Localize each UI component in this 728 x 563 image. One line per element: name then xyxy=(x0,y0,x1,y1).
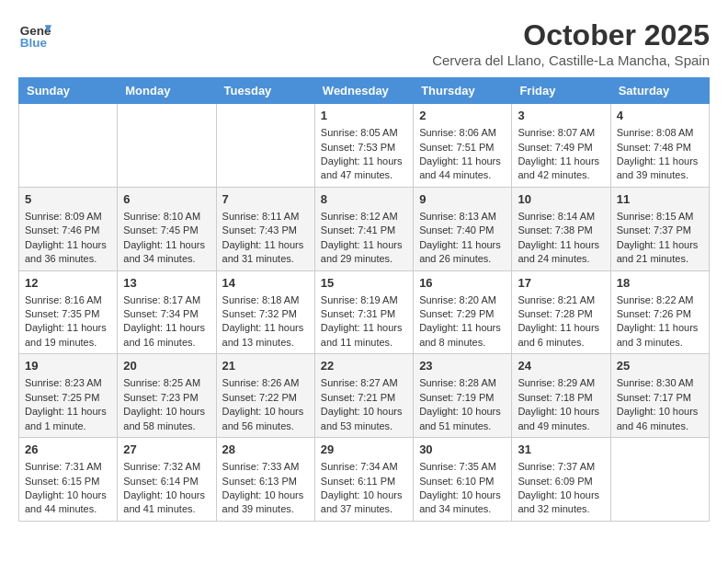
day-number: 4 xyxy=(617,108,703,124)
calendar-cell: 8Sunrise: 8:12 AMSunset: 7:41 PMDaylight… xyxy=(314,187,413,270)
page-header: General Blue October 2025 Cervera del Ll… xyxy=(18,18,710,68)
logo-icon: General Blue xyxy=(18,18,51,52)
day-number: 21 xyxy=(222,358,309,374)
cell-content: Sunset: 7:23 PM xyxy=(123,391,210,405)
calendar-cell: 6Sunrise: 8:10 AMSunset: 7:45 PMDaylight… xyxy=(118,187,216,270)
day-number: 6 xyxy=(123,191,210,208)
cell-content: Sunrise: 7:35 AM xyxy=(419,460,506,474)
cell-content: Daylight: 10 hours and 44 minutes. xyxy=(25,488,111,517)
day-number: 27 xyxy=(123,442,210,458)
day-number: 25 xyxy=(617,358,703,374)
calendar-cell: 4Sunrise: 8:08 AMSunset: 7:48 PMDaylight… xyxy=(610,104,709,188)
cell-content: Sunset: 7:18 PM xyxy=(518,391,604,405)
cell-content: Daylight: 11 hours and 47 minutes. xyxy=(321,155,407,183)
cell-content: Sunrise: 8:07 AM xyxy=(518,126,604,140)
cell-content: Daylight: 10 hours and 34 minutes. xyxy=(419,488,506,517)
calendar-cell: 10Sunrise: 8:14 AMSunset: 7:38 PMDayligh… xyxy=(512,187,610,270)
cell-content: Sunrise: 8:29 AM xyxy=(518,376,604,390)
day-number: 20 xyxy=(123,358,210,374)
day-number: 19 xyxy=(25,358,111,374)
calendar-cell: 5Sunrise: 8:09 AMSunset: 7:46 PMDaylight… xyxy=(19,187,118,270)
day-number: 24 xyxy=(518,358,604,374)
cell-content: Sunrise: 8:11 AM xyxy=(222,210,309,224)
cell-content: Sunset: 7:28 PM xyxy=(518,307,604,321)
cell-content: Daylight: 11 hours and 8 minutes. xyxy=(419,321,506,350)
week-row-4: 19Sunrise: 8:23 AMSunset: 7:25 PMDayligh… xyxy=(19,354,710,438)
cell-content: Sunrise: 8:16 AM xyxy=(25,293,111,307)
cell-content: Sunset: 7:43 PM xyxy=(222,224,309,237)
cell-content: Sunrise: 7:32 AM xyxy=(123,460,210,474)
calendar-cell: 9Sunrise: 8:13 AMSunset: 7:40 PMDaylight… xyxy=(414,187,512,270)
cell-content: Daylight: 11 hours and 36 minutes. xyxy=(25,238,111,267)
cell-content: Sunset: 7:53 PM xyxy=(321,141,407,155)
cell-content: Sunset: 6:10 PM xyxy=(419,475,506,488)
day-number: 16 xyxy=(419,275,506,292)
cell-content: Sunset: 7:38 PM xyxy=(518,224,604,237)
calendar-cell: 18Sunrise: 8:22 AMSunset: 7:26 PMDayligh… xyxy=(610,270,709,354)
day-header-tuesday: Tuesday xyxy=(216,78,314,104)
day-number: 23 xyxy=(419,358,506,374)
cell-content: Daylight: 11 hours and 44 minutes. xyxy=(419,155,506,183)
day-header-thursday: Thursday xyxy=(414,78,512,104)
cell-content: Sunrise: 7:37 AM xyxy=(518,460,604,474)
cell-content: Daylight: 11 hours and 13 minutes. xyxy=(222,321,309,350)
calendar-cell: 25Sunrise: 8:30 AMSunset: 7:17 PMDayligh… xyxy=(610,354,709,438)
cell-content: Sunrise: 8:13 AM xyxy=(419,210,506,224)
cell-content: Sunrise: 8:28 AM xyxy=(419,376,506,390)
calendar-cell: 30Sunrise: 7:35 AMSunset: 6:10 PMDayligh… xyxy=(414,438,512,522)
calendar-cell: 17Sunrise: 8:21 AMSunset: 7:28 PMDayligh… xyxy=(512,270,610,354)
days-header-row: SundayMondayTuesdayWednesdayThursdayFrid… xyxy=(19,78,710,104)
cell-content: Sunset: 7:45 PM xyxy=(123,224,210,237)
title-section: October 2025 Cervera del Llano, Castille… xyxy=(432,18,710,68)
cell-content: Daylight: 11 hours and 1 minute. xyxy=(25,405,111,433)
cell-content: Sunset: 7:17 PM xyxy=(617,391,703,405)
day-number: 3 xyxy=(518,108,604,124)
cell-content: Daylight: 10 hours and 39 minutes. xyxy=(222,488,309,517)
cell-content: Sunset: 6:14 PM xyxy=(123,475,210,488)
cell-content: Sunset: 6:09 PM xyxy=(518,475,604,488)
cell-content: Sunrise: 7:33 AM xyxy=(222,460,309,474)
cell-content: Sunrise: 8:05 AM xyxy=(321,126,407,140)
logo: General Blue xyxy=(18,18,51,52)
calendar-table: SundayMondayTuesdayWednesdayThursdayFrid… xyxy=(18,77,710,522)
cell-content: Sunset: 7:31 PM xyxy=(321,307,407,321)
cell-content: Daylight: 11 hours and 42 minutes. xyxy=(518,155,604,183)
cell-content: Sunset: 7:37 PM xyxy=(617,224,703,237)
cell-content: Sunset: 7:26 PM xyxy=(617,307,703,321)
cell-content: Daylight: 10 hours and 41 minutes. xyxy=(123,488,210,517)
cell-content: Sunrise: 8:10 AM xyxy=(123,210,210,224)
cell-content: Sunrise: 8:17 AM xyxy=(123,293,210,307)
calendar-cell xyxy=(610,438,709,522)
day-number: 15 xyxy=(321,275,407,292)
day-number: 11 xyxy=(617,191,703,208)
cell-content: Daylight: 10 hours and 51 minutes. xyxy=(419,405,506,433)
location-subtitle: Cervera del Llano, Castille-La Mancha, S… xyxy=(432,52,710,68)
calendar-cell: 12Sunrise: 8:16 AMSunset: 7:35 PMDayligh… xyxy=(19,270,118,354)
cell-content: Daylight: 11 hours and 26 minutes. xyxy=(419,238,506,267)
day-number: 13 xyxy=(123,275,210,292)
day-header-friday: Friday xyxy=(512,78,610,104)
cell-content: Sunrise: 8:20 AM xyxy=(419,293,506,307)
cell-content: Daylight: 10 hours and 49 minutes. xyxy=(518,405,604,433)
calendar-cell: 1Sunrise: 8:05 AMSunset: 7:53 PMDaylight… xyxy=(314,104,413,188)
cell-content: Daylight: 11 hours and 24 minutes. xyxy=(518,238,604,267)
cell-content: Daylight: 10 hours and 53 minutes. xyxy=(321,405,407,433)
cell-content: Sunset: 7:25 PM xyxy=(25,391,111,405)
cell-content: Sunrise: 8:06 AM xyxy=(419,126,506,140)
cell-content: Sunrise: 8:23 AM xyxy=(25,376,111,390)
calendar-cell: 20Sunrise: 8:25 AMSunset: 7:23 PMDayligh… xyxy=(118,354,216,438)
calendar-cell: 11Sunrise: 8:15 AMSunset: 7:37 PMDayligh… xyxy=(610,187,709,270)
week-row-5: 26Sunrise: 7:31 AMSunset: 6:15 PMDayligh… xyxy=(19,438,710,522)
week-row-1: 1Sunrise: 8:05 AMSunset: 7:53 PMDaylight… xyxy=(19,104,710,188)
calendar-cell xyxy=(216,104,314,188)
day-number: 18 xyxy=(617,275,703,292)
calendar-cell: 28Sunrise: 7:33 AMSunset: 6:13 PMDayligh… xyxy=(216,438,314,522)
day-number: 7 xyxy=(222,191,309,208)
cell-content: Sunrise: 8:21 AM xyxy=(518,293,604,307)
cell-content: Sunset: 7:19 PM xyxy=(419,391,506,405)
day-number: 2 xyxy=(419,108,506,124)
cell-content: Sunrise: 8:12 AM xyxy=(321,210,407,224)
cell-content: Sunset: 7:35 PM xyxy=(25,307,111,321)
cell-content: Daylight: 11 hours and 29 minutes. xyxy=(321,238,407,267)
calendar-cell: 3Sunrise: 8:07 AMSunset: 7:49 PMDaylight… xyxy=(512,104,610,188)
